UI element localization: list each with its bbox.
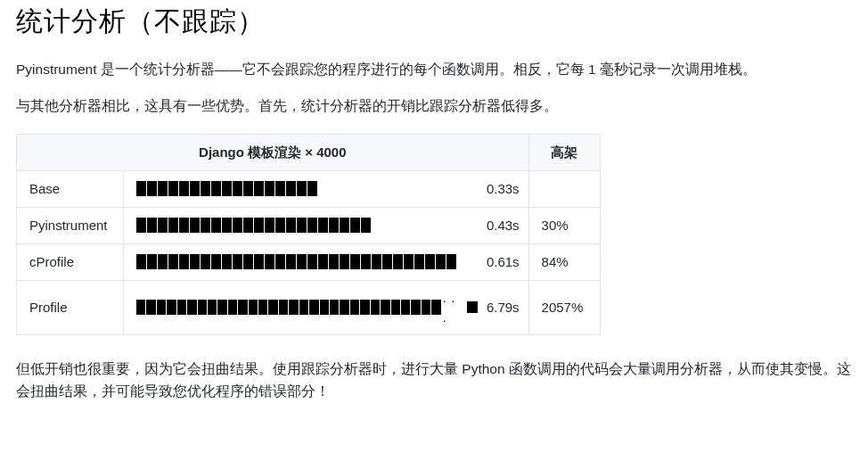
- overhead-table-wrap: Django 模板渲染 × 4000 高架 Base0.33sPyinstrum…: [16, 134, 852, 336]
- table-row: cProfile0.61s84%: [17, 243, 601, 280]
- intro-paragraph-2: 与其他分析器相比，这具有一些优势。首先，统计分析器的开销比跟踪分析器低得多。: [16, 95, 852, 118]
- overhead-value: [528, 170, 600, 207]
- page-heading: 统计分析（不跟踪）: [16, 0, 852, 43]
- time-value: 0.43s: [487, 215, 520, 236]
- intro-paragraph-1: Pyinstrument 是一个统计分析器——它不会跟踪您的程序进行的每个函数调…: [16, 59, 852, 81]
- overhead-value: 30%: [528, 207, 600, 243]
- profiler-name: Profile: [17, 280, 124, 335]
- profiler-name: Base: [17, 170, 124, 207]
- progress-bar: [136, 254, 456, 269]
- profiler-name: Pyinstrument: [17, 207, 124, 243]
- outro-paragraph: 但低开销也很重要，因为它会扭曲结果。使用跟踪分析器时，进行大量 Python 函…: [16, 358, 852, 403]
- bar-cell: 0.33s: [124, 170, 529, 207]
- table-header-main: Django 模板渲染 × 4000: [17, 134, 529, 170]
- progress-bar: [136, 218, 371, 233]
- table-row: Profile. . .6.79s2057%: [17, 280, 601, 335]
- table-row: Base0.33s: [17, 170, 601, 207]
- progress-bar: . . .: [136, 288, 478, 328]
- progress-bar: [136, 181, 317, 196]
- overhead-table: Django 模板渲染 × 4000 高架 Base0.33sPyinstrum…: [16, 134, 601, 336]
- bar-cell: 0.43s: [124, 207, 529, 243]
- ellipsis-icon: . . .: [442, 288, 464, 328]
- table-row: Pyinstrument0.43s30%: [17, 207, 601, 243]
- bar-cell: . . .6.79s: [124, 280, 529, 335]
- time-value: 0.61s: [487, 251, 520, 273]
- bar-cell: 0.61s: [124, 243, 529, 280]
- time-value: 0.33s: [487, 178, 520, 200]
- profiler-name: cProfile: [17, 243, 124, 280]
- table-header-overhead: 高架: [528, 134, 600, 170]
- time-value: 6.79s: [487, 297, 520, 318]
- overhead-value: 84%: [528, 243, 600, 280]
- overhead-value: 2057%: [528, 280, 600, 335]
